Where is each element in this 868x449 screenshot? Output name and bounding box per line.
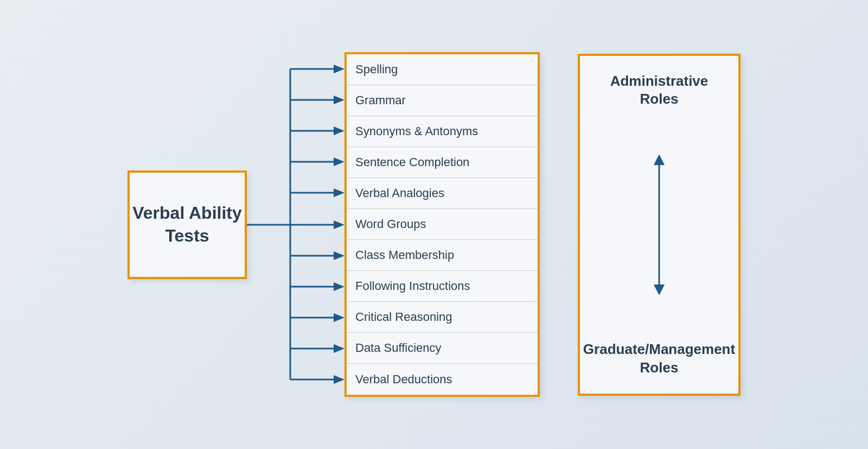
main-box: Verbal Ability Tests (127, 170, 247, 279)
svg-marker-26 (654, 284, 665, 295)
item-row: Verbal Analogies (347, 178, 538, 209)
item-row: Sentence Completion (347, 147, 538, 178)
items-box: SpellingGrammarSynonyms & AntonymsSenten… (344, 52, 540, 397)
double-arrow-svg (648, 154, 670, 295)
item-row: Spelling (347, 54, 538, 85)
double-arrow (648, 109, 670, 340)
item-row: Data Sufficiency (347, 333, 538, 364)
item-row: Verbal Deductions (347, 364, 538, 395)
svg-marker-7 (334, 127, 344, 135)
item-row: Grammar (347, 85, 538, 116)
item-row: Class Membership (347, 240, 538, 271)
connector-svg (247, 54, 344, 396)
main-box-label: Verbal Ability Tests (130, 202, 245, 247)
item-row: Critical Reasoning (347, 302, 538, 333)
svg-marker-11 (334, 188, 344, 197)
svg-marker-21 (334, 344, 344, 353)
bottom-role-label: Graduate/Management Roles (583, 340, 735, 377)
diagram-container: Verbal Ability Tests (127, 52, 741, 397)
svg-marker-3 (334, 65, 344, 73)
item-row: Following Instructions (347, 271, 538, 302)
svg-marker-9 (334, 157, 344, 166)
item-row: Synonyms & Antonyms (347, 116, 538, 147)
top-role-label: Administrative Roles (591, 72, 727, 109)
svg-marker-24 (654, 154, 665, 165)
svg-marker-17 (334, 282, 344, 291)
svg-marker-5 (334, 96, 344, 104)
svg-marker-23 (334, 375, 344, 384)
svg-marker-19 (334, 313, 344, 322)
svg-marker-15 (334, 251, 344, 260)
item-row: Word Groups (347, 209, 538, 240)
svg-marker-13 (334, 220, 344, 229)
roles-box: Administrative Roles Graduate/Management… (578, 54, 741, 396)
